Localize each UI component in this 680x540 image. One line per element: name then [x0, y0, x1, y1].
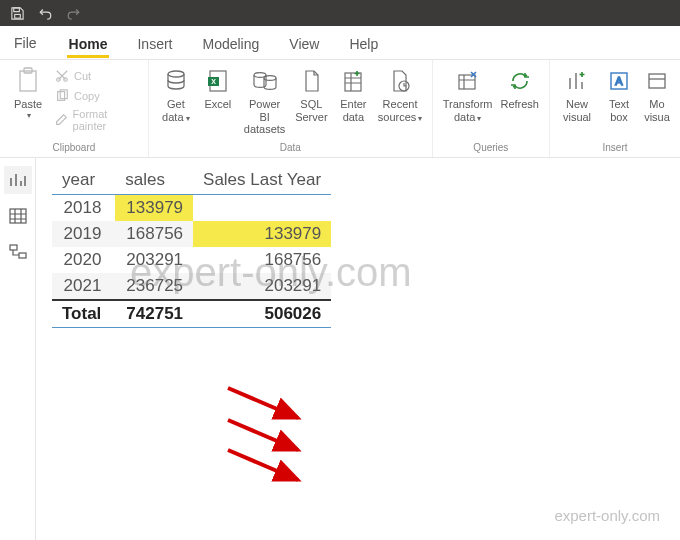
- enter-data-icon: [342, 66, 364, 96]
- tab-modeling[interactable]: Modeling: [200, 30, 261, 56]
- title-bar: [0, 0, 680, 26]
- svg-rect-1: [20, 71, 36, 91]
- text-box-label: Textbox: [609, 98, 629, 123]
- clipboard-icon: [16, 66, 40, 96]
- table-row[interactable]: 2021 236725 203291: [52, 273, 331, 300]
- chart-icon: [566, 66, 588, 96]
- transform-data-button[interactable]: Transformdata▾: [439, 64, 497, 125]
- copy-label: Copy: [74, 90, 100, 102]
- annotation-arrows: [88, 328, 408, 540]
- svg-text:X: X: [211, 78, 216, 85]
- sql-label: SQLServer: [295, 98, 327, 123]
- sql-icon: [301, 66, 321, 96]
- format-painter-button[interactable]: Format painter: [54, 106, 138, 134]
- tab-view[interactable]: View: [287, 30, 321, 56]
- svg-rect-21: [19, 253, 26, 258]
- save-icon[interactable]: [8, 4, 26, 22]
- cell-sales: 168756: [115, 221, 193, 247]
- scissors-icon: [54, 68, 70, 84]
- svg-line-22: [228, 388, 298, 418]
- copy-button[interactable]: Copy: [54, 86, 100, 106]
- more-visuals-icon: [647, 66, 667, 96]
- svg-text:A: A: [615, 75, 623, 87]
- report-canvas[interactable]: year sales Sales Last Year 2018 133979 2…: [36, 158, 680, 540]
- excel-button[interactable]: X Excel: [197, 64, 239, 113]
- excel-icon: X: [207, 66, 229, 96]
- svg-rect-19: [10, 209, 26, 223]
- tab-help[interactable]: Help: [347, 30, 380, 56]
- tab-insert[interactable]: Insert: [135, 30, 174, 56]
- svg-line-24: [228, 450, 298, 480]
- transform-icon: [456, 66, 480, 96]
- col-sales[interactable]: sales: [115, 166, 193, 195]
- recent-label: Recentsources▾: [378, 98, 423, 123]
- model-view-button[interactable]: [4, 238, 32, 266]
- datasets-icon: [252, 66, 278, 96]
- enter-data-button[interactable]: Enterdata: [332, 64, 374, 125]
- ribbon-tab-strip: File Home Insert Modeling View Help: [0, 26, 680, 60]
- view-rail: [0, 158, 36, 540]
- cut-label: Cut: [74, 70, 91, 82]
- refresh-button[interactable]: Refresh: [496, 64, 543, 113]
- table-row[interactable]: 2019 168756 133979: [52, 221, 331, 247]
- copy-icon: [54, 88, 70, 104]
- cell-year: 2019: [52, 221, 115, 247]
- new-visual-label: Newvisual: [563, 98, 591, 123]
- cell-sly: [193, 195, 331, 222]
- cell-sly: 133979: [193, 221, 331, 247]
- cell-year: 2021: [52, 273, 115, 300]
- excel-label: Excel: [204, 98, 231, 111]
- get-data-button[interactable]: Getdata▾: [155, 64, 197, 125]
- group-label-data: Data: [149, 142, 432, 157]
- group-label-queries: Queries: [433, 142, 549, 157]
- total-label: Total: [52, 300, 115, 328]
- svg-rect-13: [345, 73, 361, 91]
- paste-button[interactable]: Paste ▾: [6, 64, 50, 122]
- svg-point-7: [168, 71, 184, 77]
- format-painter-label: Format painter: [73, 108, 138, 132]
- undo-icon[interactable]: [36, 4, 54, 22]
- get-data-label: Getdata▾: [162, 98, 189, 123]
- svg-rect-0: [14, 14, 20, 18]
- cell-sly: 203291: [193, 273, 331, 300]
- transform-label: Transformdata▾: [443, 98, 493, 123]
- tab-home[interactable]: Home: [67, 30, 110, 56]
- col-sales-last-year[interactable]: Sales Last Year: [193, 166, 331, 195]
- report-view-button[interactable]: [4, 166, 32, 194]
- textbox-icon: A: [608, 66, 630, 96]
- file-menu[interactable]: File: [12, 31, 39, 55]
- table-row[interactable]: 2020 203291 168756: [52, 247, 331, 273]
- total-sales: 742751: [115, 300, 193, 328]
- paste-label: Paste: [14, 98, 42, 111]
- data-view-button[interactable]: [4, 202, 32, 230]
- cell-sly: 168756: [193, 247, 331, 273]
- cut-button[interactable]: Cut: [54, 66, 91, 86]
- sql-server-button[interactable]: SQLServer: [290, 64, 332, 125]
- brush-icon: [54, 112, 69, 128]
- svg-rect-18: [649, 74, 665, 88]
- text-box-button[interactable]: A Textbox: [598, 64, 640, 125]
- refresh-label: Refresh: [500, 98, 539, 111]
- cell-sales: 203291: [115, 247, 193, 273]
- svg-line-23: [228, 420, 298, 450]
- group-label-insert: Insert: [550, 142, 680, 157]
- redo-icon[interactable]: [64, 4, 82, 22]
- table-row[interactable]: 2018 133979: [52, 195, 331, 222]
- chevron-down-icon: ▾: [27, 111, 31, 120]
- cell-year: 2018: [52, 195, 115, 222]
- col-year[interactable]: year: [52, 166, 115, 195]
- group-label-clipboard: Clipboard: [0, 142, 148, 157]
- table-total-row: Total 742751 506026: [52, 300, 331, 328]
- refresh-icon: [509, 66, 531, 96]
- database-icon: [165, 66, 187, 96]
- new-visual-button[interactable]: Newvisual: [556, 64, 598, 125]
- more-visuals-button[interactable]: Movisua: [640, 64, 674, 125]
- total-sly: 506026: [193, 300, 331, 328]
- recent-sources-button[interactable]: Recentsources▾: [374, 64, 425, 125]
- powerbi-datasets-button[interactable]: Power BIdatasets: [239, 64, 291, 138]
- cell-sales: 236725: [115, 273, 193, 300]
- recent-icon: [389, 66, 411, 96]
- table-visual[interactable]: year sales Sales Last Year 2018 133979 2…: [52, 166, 331, 328]
- datasets-label: Power BIdatasets: [243, 98, 287, 136]
- cell-year: 2020: [52, 247, 115, 273]
